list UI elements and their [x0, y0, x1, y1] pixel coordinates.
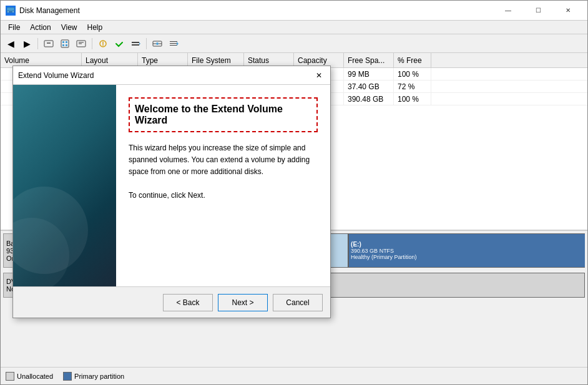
- dialog-body: Welcome to the Extend VolumeWizard This …: [13, 85, 330, 286]
- cancel-button[interactable]: Cancel: [273, 294, 323, 311]
- dialog-close-button[interactable]: ✕: [313, 69, 325, 82]
- back-button[interactable]: < Back: [163, 294, 213, 311]
- dialog-welcome-title: Welcome to the Extend VolumeWizard: [129, 97, 318, 132]
- dialog-overlay: Extend Volume Wizard ✕ Welcome to the Ex…: [0, 0, 588, 385]
- dialog-title: Extend Volume Wizard: [18, 71, 94, 80]
- extend-volume-dialog: Extend Volume Wizard ✕ Welcome to the Ex…: [12, 66, 331, 318]
- next-button[interactable]: Next >: [218, 294, 268, 311]
- dialog-main: Welcome to the Extend VolumeWizard This …: [116, 85, 330, 286]
- dialog-description: This wizard helps you increase the size …: [129, 142, 318, 178]
- dialog-instruction: To continue, click Next.: [129, 191, 318, 200]
- dialog-sidebar: [13, 85, 116, 286]
- dialog-title-bar: Extend Volume Wizard ✕: [13, 66, 330, 85]
- dialog-footer: < Back Next > Cancel: [13, 286, 330, 318]
